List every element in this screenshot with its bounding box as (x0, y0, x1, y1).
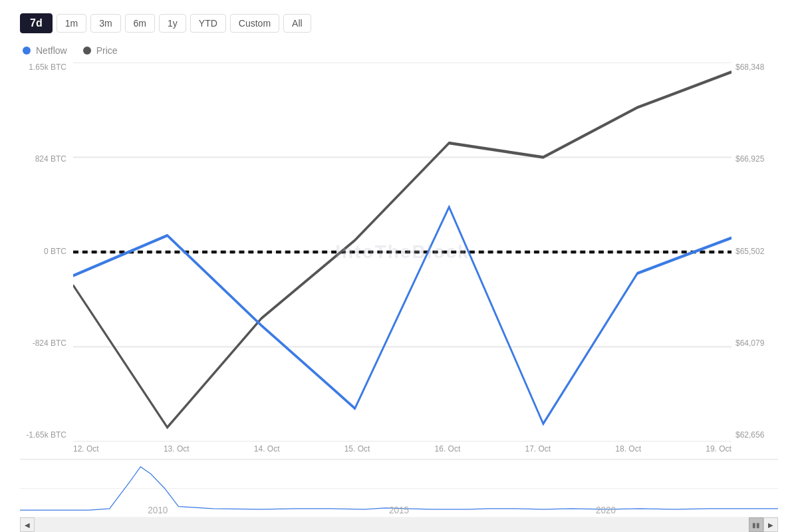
y-right-label-0: $68,348 (735, 63, 778, 72)
btn-custom[interactable]: Custom (230, 14, 279, 33)
y-right-label-3: $64,079 (735, 338, 778, 348)
y-right-label-4: $62,656 (735, 430, 778, 440)
chart-legend: Netflow Price (20, 45, 778, 56)
main-chart: IntoTheBlock (73, 63, 732, 442)
btn-7d[interactable]: 7d (20, 13, 53, 33)
y-axis-left: 1.65k BTC 824 BTC 0 BTC -824 BTC -1.65k … (20, 63, 73, 456)
y-left-label-0: 1.65k BTC (20, 63, 66, 72)
btn-3m[interactable]: 3m (90, 14, 120, 33)
btn-ytd[interactable]: YTD (190, 14, 226, 33)
x-label-6: 18. Oct (615, 444, 641, 454)
x-label-4: 16. Oct (435, 444, 461, 454)
svg-text:2020: 2020 (596, 505, 616, 515)
svg-text:2010: 2010 (148, 505, 168, 515)
netflow-dot (23, 47, 31, 55)
y-left-label-4: -1.65k BTC (20, 430, 66, 440)
price-dot (83, 47, 91, 55)
x-label-2: 14. Oct (254, 444, 280, 454)
scroll-left-arrow[interactable]: ◀ (20, 517, 35, 532)
scroll-thumb[interactable]: ▮▮ (749, 517, 763, 532)
x-label-7: 19. Oct (706, 444, 732, 454)
scrollbar[interactable]: ◀ ▮▮ ▶ (20, 517, 778, 532)
chart-svg-container: IntoTheBlock (73, 63, 732, 456)
btn-1m[interactable]: 1m (57, 14, 86, 33)
price-label: Price (96, 45, 118, 56)
legend-price: Price (83, 45, 118, 56)
netflow-label: Netflow (36, 45, 67, 56)
x-label-3: 15. Oct (344, 444, 370, 454)
y-left-label-1: 824 BTC (20, 154, 66, 164)
time-range-selector: 7d 1m 3m 6m 1y YTD Custom All (20, 13, 778, 33)
btn-1y[interactable]: 1y (159, 14, 186, 33)
scroll-right-arrow[interactable]: ▶ (763, 517, 778, 532)
y-left-label-2: 0 BTC (20, 247, 66, 256)
mini-chart-inner: 2010 2015 2020 (20, 460, 778, 517)
y-right-label-1: $66,925 (735, 154, 778, 164)
x-label-5: 17. Oct (525, 444, 551, 454)
y-right-label-2: $65,502 (735, 247, 778, 256)
mini-chart: 2010 2015 2020 ◀ ▮▮ ▶ (20, 459, 778, 525)
y-left-label-3: -824 BTC (20, 338, 66, 348)
x-label-1: 13. Oct (164, 444, 190, 454)
x-axis: 12. Oct 13. Oct 14. Oct 15. Oct 16. Oct … (73, 442, 732, 456)
btn-all[interactable]: All (283, 14, 311, 33)
btn-6m[interactable]: 6m (125, 14, 155, 33)
legend-netflow: Netflow (23, 45, 67, 56)
main-chart-wrapper: 1.65k BTC 824 BTC 0 BTC -824 BTC -1.65k … (20, 63, 778, 456)
svg-text:2015: 2015 (389, 505, 409, 515)
scroll-track[interactable]: ▮▮ (35, 517, 763, 532)
y-axis-right: $68,348 $66,925 $65,502 $64,079 $62,656 (732, 63, 778, 456)
x-label-0: 12. Oct (73, 444, 99, 454)
